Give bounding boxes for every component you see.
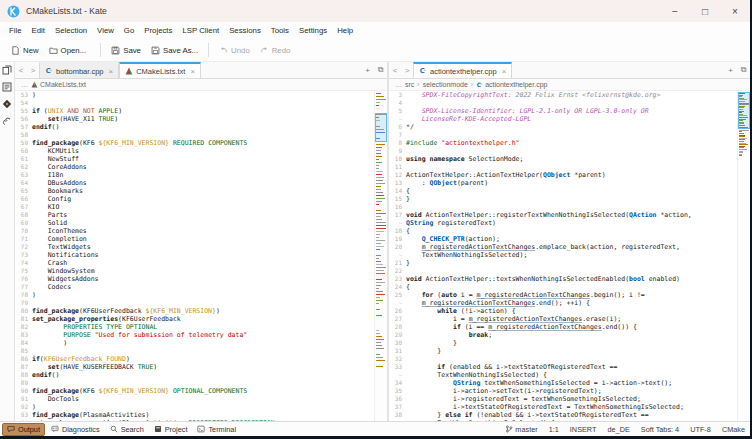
split-view-icon[interactable]: ⧉ <box>737 62 750 78</box>
line-number: 7 <box>389 131 406 139</box>
new-tab-button[interactable]: + <box>361 62 374 78</box>
status-label: INSERT <box>570 425 597 434</box>
output-toolview-button[interactable]: Output <box>2 423 45 436</box>
sidebar-documents-icon[interactable] <box>2 65 12 75</box>
cpp: C+ <box>419 67 427 75</box>
open-button[interactable]: Open... <box>44 43 96 58</box>
menu-view[interactable]: View <box>92 24 119 37</box>
editor-right[interactable]: 3 SPDX-FileCopyrightText: 2022 Felix Ern… <box>389 91 750 421</box>
diagnostics-toolview-button[interactable]: Diagnostics <box>47 424 104 435</box>
code-text: { <box>406 283 410 291</box>
breadcrumb-item[interactable]: CMakeLists.txt <box>31 81 86 88</box>
code-line: 80find_package(KF6UserFeedback ${KF6_MIN… <box>15 307 374 315</box>
sidebar-git-diamond-icon[interactable] <box>2 99 12 109</box>
new-tab-button[interactable]: + <box>724 62 737 78</box>
line-number: 24 <box>389 283 406 291</box>
code-line: 34 QString textWhenSomethingIsSelected =… <box>389 379 737 387</box>
code-text: Config <box>32 195 71 203</box>
status-cmake[interactable]: CMake <box>722 425 745 434</box>
menu-projects[interactable]: Projects <box>139 24 177 37</box>
project-toolview-button[interactable]: Project <box>150 424 192 435</box>
code-text: find_package(KF6 ${KF6_MIN_VERSION} OPTI… <box>32 387 247 395</box>
code-text: PROPERTIES TYPE OPTIONAL <box>32 323 157 331</box>
history-forward-icon[interactable]: > <box>27 62 39 78</box>
status-label: de_DE <box>607 425 629 434</box>
status-soft-tabs-4[interactable]: Soft Tabs: 4 <box>641 425 679 434</box>
menu-go[interactable]: Go <box>119 24 139 37</box>
breadcrumb-ellipsis[interactable]: … <box>21 81 28 88</box>
code-text: NewStuff <box>32 155 79 163</box>
code-line: 75 WindowSystem <box>15 267 374 275</box>
tab-actiontexthelper.cpp[interactable]: C+actiontexthelper.cpp× <box>413 62 512 78</box>
tab-close-icon[interactable]: × <box>190 67 195 76</box>
code-line: ~ LicenseRef-KDE-Accepted-LGPL <box>389 115 737 123</box>
code-text: ) <box>32 403 36 411</box>
code-text: I18n <box>32 171 63 179</box>
menu-settings[interactable]: Settings <box>294 24 332 37</box>
tab-bottombar.cpp[interactable]: C+bottombar.cpp× <box>39 62 119 78</box>
code-line: 78) <box>15 291 374 299</box>
minimap-viewport[interactable] <box>375 113 387 142</box>
status-utf-8[interactable]: UTF-8 <box>690 425 711 434</box>
save-as-button[interactable]: Save As... <box>146 43 203 58</box>
svg-text:+: + <box>480 82 482 86</box>
code-line: 32 <box>389 355 737 363</box>
history-forward-icon[interactable]: > <box>401 62 413 78</box>
breadcrumb-item[interactable]: src <box>405 81 414 88</box>
menu-file[interactable]: File <box>4 24 27 37</box>
code-text: TextWidgets <box>32 243 91 251</box>
save-button[interactable]: Save <box>106 43 146 58</box>
line-number: 65 <box>15 187 32 195</box>
code-line: 86if(KF6UserFeedback_FOUND) <box>15 355 374 363</box>
menu-help[interactable]: Help <box>332 24 358 37</box>
status-de_de[interactable]: de_DE <box>607 425 629 434</box>
search-toolview-button[interactable]: Search <box>106 424 148 435</box>
tab-close-icon[interactable]: × <box>502 67 507 76</box>
editor-left[interactable]: 53)5455if (UNIX AND NOT APPLE)56 set(HAV… <box>15 91 387 421</box>
editor-pane-right: < > C+actiontexthelper.cpp× + ⧉ …src›sel… <box>389 62 750 421</box>
breadcrumb-ellipsis[interactable]: … <box>395 81 402 88</box>
tab-close-icon[interactable]: × <box>109 67 114 76</box>
code-line: 20 m_registeredActionTextChanges.emplace… <box>389 243 737 251</box>
tabbar-right: < > C+actiontexthelper.cpp× + ⧉ <box>389 62 750 79</box>
code-line: 65 Bookmarks <box>15 187 374 195</box>
menu-edit[interactable]: Edit <box>27 24 50 37</box>
minimap-viewport[interactable] <box>738 92 750 129</box>
status-insert[interactable]: INSERT <box>570 425 597 434</box>
diagnostics-icon <box>51 425 59 433</box>
sidebar-symbols-list-icon[interactable] <box>2 82 12 92</box>
status-1-1[interactable]: 1:1 <box>549 425 559 434</box>
menu-selection[interactable]: Selection <box>50 24 92 37</box>
new-document-icon <box>11 46 20 55</box>
line-number: 70 <box>15 227 32 235</box>
code-line: 23void ActionTextHelper::textsWhenNothin… <box>389 275 737 283</box>
code-text: ) <box>32 91 36 99</box>
redo-button[interactable]: Redo <box>255 43 296 58</box>
menu-tools[interactable]: Tools <box>266 24 294 37</box>
terminal-toolview-button[interactable]: Terminal <box>193 424 240 435</box>
minimap-right[interactable] <box>737 91 750 421</box>
history-back-icon[interactable]: < <box>15 62 27 78</box>
tab-CMakeLists.txt[interactable]: CMakeLists.txt× <box>119 62 201 78</box>
new-button[interactable]: New <box>6 43 44 58</box>
code-text: Solid <box>32 219 67 227</box>
line-number: 59 <box>15 139 32 147</box>
statusbar: OutputDiagnosticsSearchProjectTerminal m… <box>0 421 750 436</box>
menu-lsp-client[interactable]: LSP Client <box>177 24 224 37</box>
minimize-button[interactable]: − <box>660 0 690 22</box>
maximize-button[interactable]: □ <box>690 0 720 22</box>
code-line: 63 I18n <box>15 171 374 179</box>
minimap-left[interactable] <box>374 91 387 421</box>
code-line: 59find_package(KF6 ${KF6_MIN_VERSION} RE… <box>15 139 374 147</box>
line-number: 37 <box>389 403 406 411</box>
status-master[interactable]: master <box>505 425 537 434</box>
breadcrumb-item[interactable]: C+actiontexthelper.cpp <box>476 81 547 88</box>
code-text: } <box>406 195 410 203</box>
close-button[interactable]: × <box>720 0 750 22</box>
undo-button[interactable]: Undo <box>214 43 255 58</box>
menu-sessions[interactable]: Sessions <box>224 24 266 37</box>
split-view-icon[interactable]: ⧉ <box>374 62 387 78</box>
sidebar-tool-icon[interactable] <box>2 116 12 126</box>
breadcrumb-item[interactable]: selectionmode <box>423 81 468 88</box>
history-back-icon[interactable]: < <box>389 62 401 78</box>
